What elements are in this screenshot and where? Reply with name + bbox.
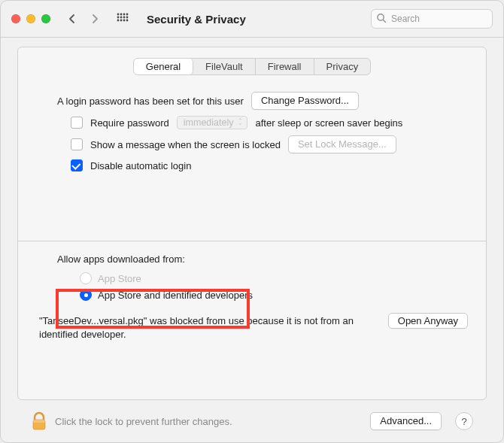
radio-app-store-label: App Store: [98, 273, 141, 284]
search-wrap: [371, 9, 493, 29]
require-password-delay-select: immediately ˄˅: [177, 116, 248, 129]
svg-rect-15: [33, 420, 45, 423]
svg-point-1: [120, 14, 123, 16]
chevron-left-icon: [68, 14, 76, 24]
grid-icon: [117, 13, 129, 25]
show-message-checkbox[interactable]: [71, 138, 83, 150]
require-password-label: Require password: [90, 117, 169, 129]
radio-identified-developers-label: App Store and identified developers: [98, 290, 253, 301]
allow-apps-label: Allow apps downloaded from:: [36, 253, 468, 265]
login-password-label: A login password has been set for this u…: [57, 96, 244, 107]
search-icon: [376, 13, 387, 23]
blocked-app-text: "TanseeDev...versal.pkg" was blocked fro…: [39, 314, 378, 341]
radio-row-identified: App Store and identified developers: [80, 289, 468, 301]
svg-line-13: [383, 20, 385, 22]
svg-point-0: [117, 14, 120, 16]
preferences-window: Security & Privacy General FileVault Fir…: [0, 0, 504, 443]
login-password-row: A login password has been set for this u…: [36, 92, 468, 110]
tabbar: General FileVault Firewall Privacy: [133, 58, 371, 75]
window-title: Security & Privacy: [147, 13, 246, 26]
close-window-button[interactable]: [11, 14, 20, 23]
require-password-checkbox[interactable]: [71, 117, 83, 129]
tabs: General FileVault Firewall Privacy: [36, 58, 468, 75]
svg-point-2: [123, 14, 126, 16]
open-anyway-button[interactable]: Open Anyway: [388, 313, 468, 329]
back-button[interactable]: [64, 8, 80, 29]
show-message-row: Show a message when the screen is locked…: [36, 135, 468, 153]
change-password-button[interactable]: Change Password...: [251, 92, 359, 110]
radio-identified-developers[interactable]: [80, 289, 92, 301]
chevron-up-down-icon: ˄˅: [238, 119, 242, 129]
chevron-right-icon: [91, 14, 99, 24]
allow-apps-radio-group: App Store App Store and identified devel…: [36, 272, 468, 301]
show-message-label: Show a message when the screen is locked: [90, 139, 281, 150]
radio-row-app-store: App Store: [80, 272, 468, 284]
disable-auto-login-row: Disable automatic login: [36, 159, 468, 171]
radio-app-store: [80, 272, 92, 284]
svg-point-10: [123, 20, 126, 22]
svg-point-9: [120, 20, 123, 22]
lock-text: Click the lock to prevent further change…: [55, 416, 232, 427]
minimize-window-button[interactable]: [26, 14, 35, 23]
tab-privacy[interactable]: Privacy: [314, 59, 371, 74]
require-password-suffix: after sleep or screen saver begins: [255, 117, 402, 129]
disable-auto-login-label: Disable automatic login: [90, 160, 191, 171]
svg-point-4: [117, 17, 120, 19]
lock-icon[interactable]: [31, 411, 47, 431]
disable-auto-login-checkbox[interactable]: [71, 159, 83, 171]
titlebar: Security & Privacy: [1, 1, 503, 37]
tab-filevault[interactable]: FileVault: [193, 59, 256, 74]
svg-point-8: [117, 20, 120, 22]
show-all-button[interactable]: [112, 13, 133, 25]
help-button[interactable]: ?: [455, 412, 473, 430]
advanced-button[interactable]: Advanced...: [370, 412, 442, 430]
settings-panel: General FileVault Firewall Privacy A log…: [17, 47, 487, 400]
section-divider: [18, 241, 486, 241]
blocked-app-row: "TanseeDev...versal.pkg" was blocked fro…: [36, 314, 468, 341]
svg-point-7: [126, 17, 129, 19]
zoom-window-button[interactable]: [41, 14, 50, 23]
body: General FileVault Firewall Privacy A log…: [1, 38, 503, 442]
forward-button[interactable]: [87, 8, 103, 29]
svg-point-3: [126, 14, 129, 16]
set-lock-message-button: Set Lock Message...: [288, 135, 396, 153]
require-password-delay-value: immediately: [184, 117, 234, 128]
tab-firewall[interactable]: Firewall: [256, 59, 314, 74]
footer: Click the lock to prevent further change…: [17, 400, 487, 442]
require-password-row: Require password immediately ˄˅ after sl…: [36, 116, 468, 129]
search-input[interactable]: [371, 9, 493, 29]
traffic-lights: [11, 14, 50, 23]
svg-point-11: [126, 20, 129, 22]
svg-point-5: [120, 17, 123, 19]
svg-point-6: [123, 17, 126, 19]
tab-general[interactable]: General: [134, 59, 193, 74]
